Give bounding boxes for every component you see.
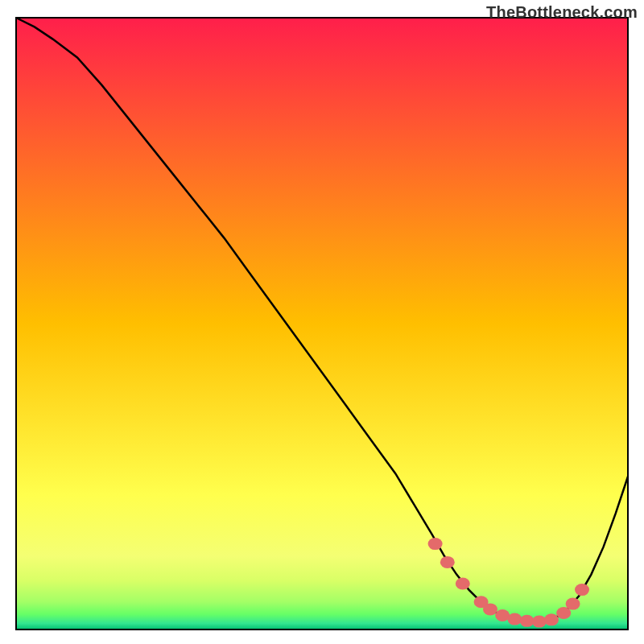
chart-container: TheBottleneck.com (0, 0, 644, 644)
highlight-dot (532, 616, 547, 628)
highlight-dot (575, 584, 589, 596)
plot-background (16, 18, 628, 630)
watermark-text: TheBottleneck.com (486, 3, 638, 22)
bottleneck-chart (0, 0, 644, 644)
highlight-dot (428, 538, 443, 550)
highlight-dot (483, 603, 497, 615)
highlight-dot (566, 598, 580, 610)
highlight-dot (440, 556, 455, 568)
highlight-dot (456, 578, 470, 590)
highlight-dot (507, 613, 522, 625)
highlight-dot (544, 613, 559, 625)
